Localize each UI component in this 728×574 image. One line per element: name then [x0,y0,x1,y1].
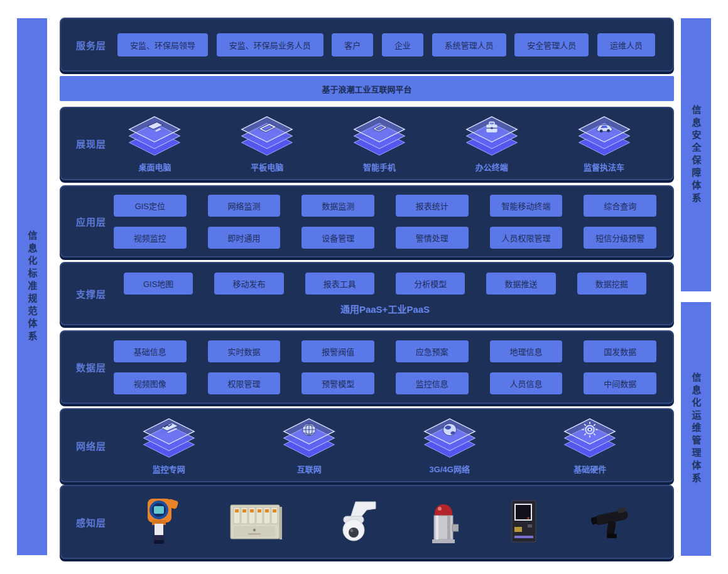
network-item-label: 监控专网 [153,463,185,475]
sidebar-standard-spec-system: 信息化标准规范体系 [17,18,47,555]
sidebar-ops-management-system: 信息化运维管理体系 [681,302,711,556]
service-role-button: 运维人员 [597,33,655,57]
platform-banner: 基于浪潮工业互联网平台 [60,76,674,101]
hardware-gear-icon [561,416,619,462]
smartphone-icon [350,114,408,160]
presentation-item-label: 桌面电脑 [138,161,171,173]
sidebar-standard-spec-label: 信息化标准规范体系 [26,230,39,344]
application-layer-panel: 应用层 GIS定位 网络监测 数据监测 报表统计 智能移动终端 综合查询 视频监… [60,185,674,257]
gas-detector-image [143,496,179,548]
support-tool-button: 数据推送 [486,273,555,295]
app-module-button: 短信分级预警 [584,227,656,249]
presentation-item-label: 智能手机 [363,161,396,173]
data-layer-panel: 数据层 基础信息 实时数据 报警阀值 应急预案 地理信息 国发数据 视频图像 权… [60,330,674,404]
sidebar-ops-management-label: 信息化运维管理体系 [690,372,703,485]
support-tool-button: 移动发布 [214,273,283,295]
data-category-button: 实时数据 [208,340,281,362]
perception-device-row [117,486,658,558]
app-module-button: 警情处理 [396,227,469,249]
support-tool-button: 报表工具 [305,273,374,295]
service-role-button: 安全管理人员 [514,33,589,57]
support-button-row: GIS地图 移动发布 报表工具 分析模型 数据推送 数据挖掘 [114,273,656,295]
application-layer-label: 应用层 [61,187,121,256]
network-item-label: 基础硬件 [573,463,606,475]
sidebar-info-security-label: 信息安全保障体系 [690,105,703,205]
desktop-icon [126,114,183,160]
platform-banner-label: 基于浪潮工业互联网平台 [322,83,411,95]
support-tool-button: 数据挖掘 [577,273,646,295]
service-layer-label: 服务层 [61,19,121,70]
app-module-button: 报表统计 [396,195,469,217]
app-module-button: 人员权限管理 [490,227,563,249]
data-button-grid: 基础信息 实时数据 报警阀值 应急预案 地理信息 国发数据 视频图像 权限管理 … [114,332,656,403]
data-category-button: 应急预案 [396,340,469,362]
data-layer-label: 数据层 [61,332,121,403]
alarm-beacon-image [428,498,459,546]
app-module-button: 设备管理 [302,227,374,249]
network-item-3g4g: 3G/4G网络 [421,416,479,475]
network-item-label: 3G/4G网络 [430,463,470,475]
data-category-button: 国发数据 [584,340,656,362]
data-category-button: 视频图像 [114,372,187,394]
mobile-globe-icon [421,416,479,462]
data-category-button: 人员信息 [490,372,563,394]
network-item-private-network: 监控专网 [140,416,198,475]
presentation-icon-row: 桌面电脑 平板电脑 智能手机 办公终端 监督执法车 [99,108,660,179]
support-tool-button: 分析模型 [396,273,465,295]
alarm-control-cabinet-image [229,501,283,543]
briefcase-icon [463,114,521,160]
handheld-detector-image [590,504,633,540]
car-icon [575,114,633,160]
internet-globe-icon [280,416,338,462]
presentation-item-enforcement-vehicle: 监督执法车 [575,114,633,173]
data-category-button: 报警阀值 [302,340,374,362]
presentation-item-desktop: 桌面电脑 [126,114,183,173]
presentation-item-tablet: 平板电脑 [238,114,296,173]
network-icon-row: 监控专网 互联网 3G/4G网络 基础硬件 [99,409,660,481]
app-module-button: 智能移动终端 [490,195,563,217]
service-role-button: 系统管理人员 [432,33,506,57]
sidebar-info-security-system: 信息安全保障体系 [681,18,711,291]
perception-layer-label: 感知层 [61,486,121,558]
service-role-button: 企业 [382,33,423,57]
presentation-item-office-terminal: 办公终端 [463,114,521,173]
presentation-item-label: 办公终端 [475,161,508,173]
monitor-network-icon [140,416,198,462]
data-category-button: 地理信息 [490,340,563,362]
application-button-grid: GIS定位 网络监测 数据监测 报表统计 智能移动终端 综合查询 视频监控 即时… [114,187,656,256]
data-category-button: 中间数据 [584,372,656,394]
support-layer-label: 支撑层 [61,263,121,324]
presentation-layer-panel: 展现层 桌面电脑 平板电脑 智能手机 办公终端 监督执法车 [60,107,674,180]
data-category-button: 基础信息 [114,340,187,362]
support-layer-panel: 支撑层 GIS地图 移动发布 报表工具 分析模型 数据推送 数据挖掘 通用Paa… [60,262,674,325]
service-role-button: 客户 [332,33,373,57]
perception-layer-panel: 感知层 [60,485,674,559]
network-item-internet: 互联网 [280,416,338,475]
app-module-button: 数据监测 [302,195,374,217]
dome-camera-image [334,499,378,544]
paas-caption: 通用PaaS+工业PaaS [114,302,656,315]
network-layer-panel: 网络层 监控专网 互联网 3G/4G网络 基础硬件 [60,408,674,482]
data-category-button: 预警模型 [302,372,374,394]
service-role-button: 安监、环保局领导 [117,33,208,57]
service-role-button: 安监、环保局业务人员 [217,33,323,57]
app-module-button: 视频监控 [114,227,187,249]
access-control-terminal-image [509,499,539,544]
presentation-item-smartphone: 智能手机 [350,114,408,173]
network-item-hardware: 基础硬件 [561,416,619,475]
presentation-item-label: 平板电脑 [251,161,283,173]
app-module-button: 即时通用 [208,227,281,249]
service-role-row: 安监、环保局领导 安监、环保局业务人员 客户 企业 系统管理人员 安全管理人员 … [117,19,655,70]
tablet-icon [238,114,296,160]
app-module-button: 网络监测 [208,195,281,217]
network-item-label: 互联网 [297,463,322,475]
app-module-button: GIS定位 [114,195,187,217]
support-tool-button: GIS地图 [124,273,193,295]
presentation-item-label: 监督执法车 [584,161,624,173]
data-category-button: 监控信息 [396,372,469,394]
data-category-button: 权限管理 [208,372,281,394]
support-content: GIS地图 移动发布 报表工具 分析模型 数据推送 数据挖掘 通用PaaS+工业… [114,263,656,324]
app-module-button: 综合查询 [584,195,656,217]
service-layer-panel: 服务层 安监、环保局领导 安监、环保局业务人员 客户 企业 系统管理人员 安全管… [60,18,674,72]
